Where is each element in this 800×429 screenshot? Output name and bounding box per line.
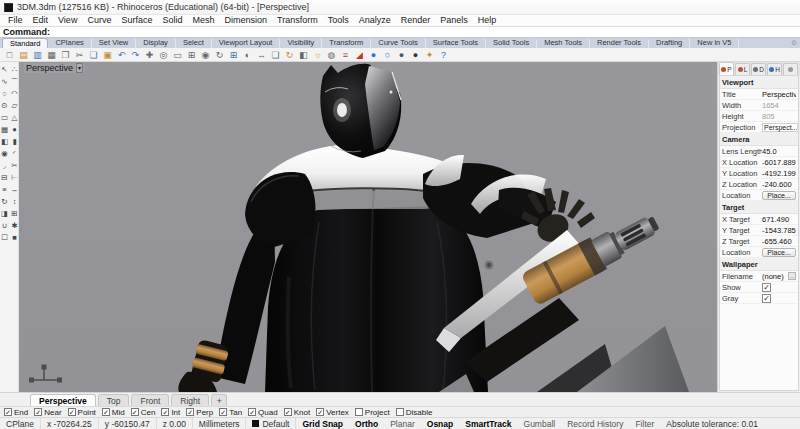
panel-tab-help[interactable]: H [767, 63, 782, 75]
panel-tab-layers[interactable]: L [735, 63, 750, 75]
new-file-icon[interactable]: □ [3, 49, 16, 61]
osnap-project[interactable]: Project [355, 408, 390, 417]
rectangle-tool-icon[interactable]: ▭ [0, 113, 9, 122]
panel-value-z-location[interactable]: -240.600 [762, 180, 796, 189]
menu-render[interactable]: Render [396, 15, 436, 26]
paste-icon[interactable]: ▣ [101, 49, 114, 61]
panel-button-location-place[interactable]: Place... [762, 191, 796, 200]
panel-value-y-location[interactable]: -4192.199 [762, 169, 796, 178]
toolbar-tab-transform[interactable]: Transform [322, 38, 371, 48]
osnap-perp[interactable]: ✓Perp [186, 408, 213, 417]
curve-tool-icon[interactable]: ∿ [0, 77, 9, 86]
light-icon[interactable]: ☼ [311, 49, 324, 61]
osnap-tan[interactable]: ✓Tan [219, 408, 242, 417]
osnap-int[interactable]: ✓Int [161, 408, 180, 417]
menu-panels[interactable]: Panels [435, 15, 473, 26]
osnap-checkbox-mid[interactable]: ✓ [102, 408, 110, 416]
panel-value-lens-length[interactable]: 45.0 [762, 147, 796, 156]
panel-value-z-target[interactable]: -655.460 [762, 237, 796, 246]
render-region-icon[interactable]: ◢ [353, 49, 366, 61]
browse-button[interactable]: ... [788, 272, 796, 280]
help-icon[interactable]: ? [437, 49, 450, 61]
save-icon[interactable]: ▥ [31, 49, 44, 61]
toolbar-tab-render-tools[interactable]: Render Tools [590, 38, 649, 48]
ellipse-tool-icon[interactable]: ⊙ [0, 101, 9, 110]
box-tool-icon[interactable]: ◧ [0, 137, 9, 146]
viewport-canvas[interactable] [19, 62, 717, 392]
trim-tool-icon[interactable]: ✂ [10, 161, 19, 170]
osnap-checkbox-project[interactable] [355, 408, 363, 416]
redo-icon[interactable]: ↷ [129, 49, 142, 61]
panel-value-y-target[interactable]: -1543.785 [762, 226, 796, 235]
toolbar-tab-standard[interactable]: Standard [2, 38, 48, 48]
select-pointer-icon[interactable]: ↖ [0, 65, 9, 74]
menu-tools[interactable]: Tools [323, 15, 354, 26]
osnap-disable[interactable]: Disable [396, 408, 433, 417]
viewport-tab-perspective[interactable]: Perspective [30, 394, 96, 406]
toolbar-tab-set-view[interactable]: Set View [92, 38, 136, 48]
osnap-knot[interactable]: ✓Knot [284, 408, 310, 417]
osnap-checkbox-cen[interactable]: ✓ [131, 408, 139, 416]
zoom-selected-icon[interactable]: ◉ [199, 49, 212, 61]
polyline-tool-icon[interactable]: ▱ [10, 101, 19, 110]
panel-tab-display[interactable]: D [751, 63, 766, 75]
osnap-checkbox-knot[interactable]: ✓ [284, 408, 292, 416]
osnap-checkbox-quad[interactable]: ✓ [248, 408, 256, 416]
array-tool-icon[interactable]: ⊞ [10, 209, 19, 218]
copy-object-icon[interactable]: ❏ [269, 49, 282, 61]
viewport-layout-icon[interactable]: ⊞ [227, 49, 240, 61]
lock-tool-icon[interactable]: ■ [10, 233, 19, 242]
snapshot-icon[interactable]: ✦ [423, 49, 436, 61]
menu-mesh[interactable]: Mesh [187, 15, 219, 26]
toolbar-tab-cplanes[interactable]: CPlanes [48, 38, 91, 48]
toolbar-tab-solid-tools[interactable]: Solid Tools [486, 38, 537, 48]
rotate-object-icon[interactable]: ↻ [283, 49, 296, 61]
toolbar-tab-drafting[interactable]: Drafting [649, 38, 690, 48]
raytrace-sphere-icon[interactable]: ● [395, 49, 408, 61]
viewport-tab-add-button[interactable]: + [211, 394, 227, 406]
arc-tool-icon[interactable]: ◠ [10, 89, 19, 98]
hide-tool-icon[interactable]: ☐ [0, 233, 9, 242]
toolbar-tab-surface-tools[interactable]: Surface Tools [426, 38, 486, 48]
status-toggle-gumball[interactable]: Gumball [518, 419, 562, 429]
panel-dropdown-projection[interactable]: Perspect...▾ [762, 123, 799, 132]
status-layer[interactable]: Default [246, 418, 296, 429]
viewport-tab-top[interactable]: Top [98, 394, 130, 406]
viewport-dropdown-icon[interactable]: ▾ [76, 63, 83, 73]
join-tool-icon[interactable]: ∪ [0, 221, 9, 230]
explode-tool-icon[interactable]: ✱ [10, 221, 19, 230]
status-toggle-osnap[interactable]: Osnap [421, 419, 459, 429]
perspective-viewport[interactable]: Perspective ▾ [19, 62, 717, 392]
render-icon[interactable]: ● [367, 49, 380, 61]
menu-surface[interactable]: Surface [116, 15, 157, 26]
status-toggle-grid-snap[interactable]: Grid Snap [296, 419, 349, 429]
menu-edit[interactable]: Edit [28, 15, 54, 26]
zoom-window-icon[interactable]: ▭ [171, 49, 184, 61]
osnap-vertex[interactable]: ✓Vertex [316, 408, 349, 417]
toolbar-tab-new-in-v5[interactable]: New in V5 [690, 38, 739, 48]
status-units[interactable]: Millimeters [193, 418, 247, 429]
panel-checkbox-show[interactable]: ✓ [762, 283, 771, 292]
osnap-point[interactable]: ✓Point [68, 408, 96, 417]
osnap-end[interactable]: ✓End [4, 408, 28, 417]
status-toggle-smarttrack[interactable]: SmartTrack [459, 419, 517, 429]
toolbar-options-icon[interactable]: ⊙ [791, 39, 797, 47]
status-toggle-planar[interactable]: Planar [384, 419, 421, 429]
toolbar-tab-visibility[interactable]: Visibility [280, 38, 322, 48]
toolbar-tab-curve-tools[interactable]: Curve Tools [371, 38, 425, 48]
panel-tab-properties[interactable]: P [719, 62, 734, 75]
panel-button-location-place[interactable]: Place... [762, 248, 796, 257]
osnap-checkbox-tan[interactable]: ✓ [219, 408, 227, 416]
toolbar-tab-mesh-tools[interactable]: Mesh Tools [537, 38, 590, 48]
panel-tab-notes[interactable] [783, 63, 798, 75]
viewport-tab-front[interactable]: Front [131, 394, 169, 406]
menu-dimension[interactable]: Dimension [219, 15, 272, 26]
surface-tool-icon[interactable]: ▦ [0, 125, 9, 134]
osnap-checkbox-int[interactable]: ✓ [161, 408, 169, 416]
control-point-curve-icon[interactable]: ⌒ [10, 77, 19, 86]
command-input[interactable] [50, 27, 800, 37]
polygon-tool-icon[interactable]: △ [10, 113, 19, 122]
menu-analyze[interactable]: Analyze [354, 15, 396, 26]
osnap-checkbox-disable[interactable] [396, 408, 404, 416]
osnap-checkbox-near[interactable]: ✓ [34, 408, 42, 416]
